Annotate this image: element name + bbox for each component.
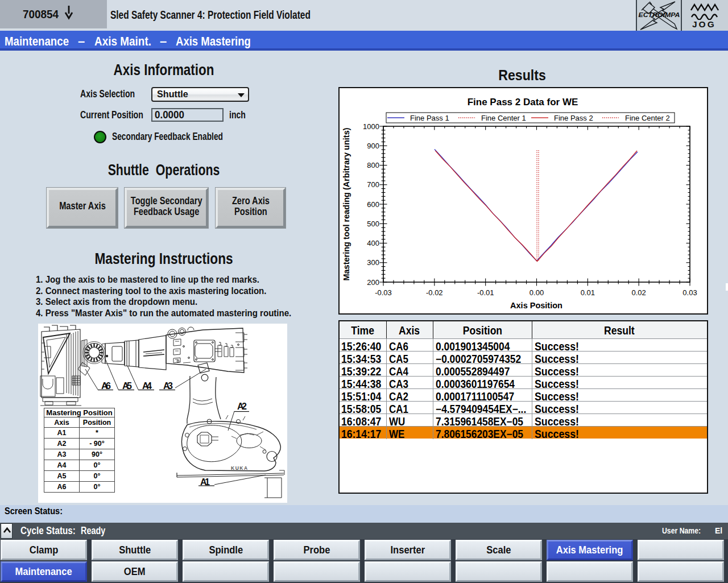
svg-text:A3: A3 bbox=[163, 381, 173, 391]
svg-text:A2: A2 bbox=[237, 402, 247, 411]
svg-text:300: 300 bbox=[367, 258, 379, 267]
svg-text:1000: 1000 bbox=[363, 122, 379, 131]
svg-text:-0.03: -0.03 bbox=[375, 288, 392, 297]
svg-text:700: 700 bbox=[367, 180, 379, 189]
svg-text:A5: A5 bbox=[122, 381, 132, 391]
svg-text:Fine Pass 2 Data for WE: Fine Pass 2 Data for WE bbox=[468, 97, 578, 107]
svg-text:0.00: 0.00 bbox=[530, 288, 544, 297]
svg-text:A4: A4 bbox=[142, 381, 152, 391]
svg-text:0.03: 0.03 bbox=[682, 288, 697, 297]
svg-text:A6: A6 bbox=[101, 381, 111, 391]
svg-text:800: 800 bbox=[367, 161, 379, 169]
svg-text:0.02: 0.02 bbox=[632, 288, 646, 297]
svg-text:Fine Pass 2: Fine Pass 2 bbox=[554, 114, 593, 122]
svg-text:500: 500 bbox=[367, 220, 379, 228]
svg-text:Fine Pass 1: Fine Pass 1 bbox=[410, 114, 449, 122]
svg-text:200: 200 bbox=[367, 278, 379, 287]
svg-text:Fine Center 1: Fine Center 1 bbox=[481, 114, 526, 122]
svg-text:Axis Position: Axis Position bbox=[510, 301, 562, 310]
svg-text:A1: A1 bbox=[200, 477, 210, 487]
svg-text:-0.02: -0.02 bbox=[426, 288, 443, 297]
svg-text:400: 400 bbox=[367, 239, 379, 247]
svg-text:-0.01: -0.01 bbox=[477, 288, 494, 297]
svg-text:Fine Center 2: Fine Center 2 bbox=[625, 114, 670, 122]
svg-text:KUKA: KUKA bbox=[231, 465, 249, 471]
svg-text:900: 900 bbox=[367, 142, 379, 150]
svg-text:Mastering tool reading (Arbitr: Mastering tool reading (Arbitrary units) bbox=[342, 127, 351, 280]
svg-text:600: 600 bbox=[367, 200, 379, 209]
svg-text:ECTROIMPA: ECTROIMPA bbox=[639, 11, 680, 18]
svg-text:0.01: 0.01 bbox=[581, 288, 595, 297]
